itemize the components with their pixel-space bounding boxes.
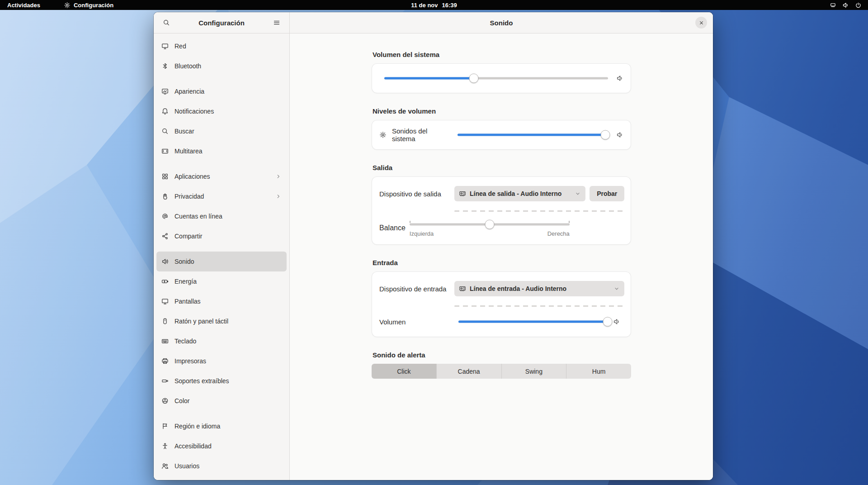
sidebar-title: Configuración: [174, 19, 269, 27]
close-icon: [698, 20, 704, 26]
sidebar-item-notificaciones[interactable]: Notificaciones: [156, 101, 287, 121]
sidebar-item-multitarea[interactable]: Multitarea: [156, 141, 287, 161]
sidebar-item-apariencia[interactable]: Apariencia: [156, 81, 287, 101]
section-title: Sonido de alerta: [373, 351, 631, 359]
sidebar-item-sonido[interactable]: Sonido: [156, 252, 287, 271]
alert-option-hum[interactable]: Hum: [566, 364, 631, 379]
input-volume-slider[interactable]: [458, 316, 608, 327]
audio-card-icon: [459, 285, 466, 292]
system-volume-slider[interactable]: [384, 73, 608, 84]
sidebar-item-cuentas[interactable]: Cuentas en línea: [156, 206, 287, 226]
mouse-icon: [161, 318, 169, 325]
chevron-down-icon: [575, 190, 581, 197]
apps-grid-icon: [161, 173, 169, 180]
network-icon: [830, 2, 836, 9]
network-icon: [161, 43, 169, 50]
sidebar-item-soportes[interactable]: Soportes extraíbles: [156, 371, 287, 391]
alert-option-click[interactable]: Click: [372, 364, 436, 379]
input-device-row: Dispositivo de entrada Línea de entrada …: [372, 272, 631, 305]
sidebar-item-usuarios[interactable]: Usuarios: [156, 456, 287, 476]
slider-handle[interactable]: [485, 220, 494, 229]
search-icon: [163, 19, 170, 26]
hand-icon: [161, 193, 169, 200]
alert-option-cadena[interactable]: Cadena: [436, 364, 501, 379]
search-button[interactable]: [159, 15, 174, 30]
volume-high-icon: [613, 318, 620, 325]
output-device-dropdown[interactable]: Línea de salida - Audio Interno: [454, 186, 585, 201]
alert-sound-options: Click Cadena Swing Hum: [372, 364, 631, 379]
section-title: Entrada: [373, 259, 631, 266]
sidebar-item-buscar[interactable]: Buscar: [156, 121, 287, 141]
bluetooth-icon: [161, 62, 169, 70]
headerbar: Configuración Sonido: [154, 12, 713, 33]
volume-levels-section: Niveles de volumen Sonidos del sistema: [372, 107, 631, 150]
system-status-area[interactable]: [826, 0, 865, 10]
row-label: Sonidos del sistema: [392, 127, 452, 143]
system-volume-section: Volumen del sistema: [372, 51, 631, 93]
input-volume-row: Volumen: [372, 307, 631, 337]
balance-left-label: Izquierda: [410, 230, 434, 237]
sidebar-item-privacidad[interactable]: Privacidad: [156, 186, 287, 206]
users-icon: [161, 462, 169, 470]
close-button[interactable]: [695, 17, 707, 29]
section-title: Salida: [373, 164, 631, 171]
balance-slider[interactable]: [410, 219, 570, 230]
sidebar-item-aplicaciones[interactable]: Aplicaciones: [156, 166, 287, 186]
section-title: Volumen del sistema: [373, 51, 631, 58]
system-sounds-volume-slider[interactable]: [458, 129, 605, 140]
section-title: Niveles de volumen: [373, 107, 631, 115]
audio-card-icon: [459, 190, 466, 197]
volume-high-icon: [616, 75, 623, 82]
person-icon: [161, 442, 169, 450]
speaker-icon: [161, 258, 169, 265]
gear-icon: [379, 131, 387, 138]
content-headerbar: Sonido: [290, 12, 713, 33]
clock-button[interactable]: 11 de nov 16:39: [411, 0, 457, 10]
system-sounds-row: Sonidos del sistema: [372, 120, 631, 149]
balance-right-label: Derecha: [547, 230, 570, 237]
shell-top-bar: Actividades Configuración 11 de nov 16:3…: [0, 0, 868, 10]
volume-icon: [842, 2, 849, 9]
input-section: Entrada Dispositivo de entrada Línea de …: [372, 259, 631, 337]
volume-high-icon: [616, 131, 623, 138]
sound-panel: Volumen del sistema Niveles de volumen: [290, 33, 713, 480]
balance-row: Balance Izquierda Derecha: [372, 212, 631, 244]
printer-icon: [161, 357, 169, 365]
sidebar-item-pantallas[interactable]: Pantallas: [156, 291, 287, 311]
app-menu-button[interactable]: Configuración: [60, 0, 117, 10]
activities-button[interactable]: Actividades: [4, 0, 44, 10]
keyboard-icon: [161, 338, 169, 345]
output-device-row: Dispositivo de salida Línea de salida - …: [372, 177, 631, 210]
slider-handle[interactable]: [601, 130, 610, 140]
chevron-right-icon: [275, 173, 282, 180]
page-title: Sonido: [290, 19, 713, 27]
sidebar-item-region[interactable]: Región e idioma: [156, 416, 287, 436]
row-label: Volumen: [379, 318, 454, 326]
multitasking-icon: [161, 147, 169, 155]
sidebar-item-teclado[interactable]: Teclado: [156, 331, 287, 351]
sidebar-item-red[interactable]: Red: [156, 36, 287, 56]
alert-option-swing[interactable]: Swing: [501, 364, 566, 379]
slider-handle[interactable]: [469, 74, 479, 83]
sidebar-item-energia[interactable]: Energía: [156, 271, 287, 291]
gear-icon: [64, 2, 71, 9]
bell-icon: [161, 108, 169, 115]
settings-window: Configuración Sonido Red Bluetooth: [154, 12, 713, 480]
hamburger-icon: [273, 19, 280, 26]
sidebar-item-impresoras[interactable]: Impresoras: [156, 351, 287, 371]
power-icon: [855, 2, 862, 9]
flag-icon: [161, 423, 169, 430]
sidebar-item-raton[interactable]: Ratón y panel táctil: [156, 311, 287, 331]
alert-sound-section: Sonido de alerta Click Cadena Swing Hum: [372, 351, 631, 379]
sidebar-item-compartir[interactable]: Compartir: [156, 226, 287, 246]
input-device-dropdown[interactable]: Línea de entrada - Audio Interno: [454, 281, 624, 296]
main-menu-button[interactable]: [269, 15, 284, 30]
chevron-right-icon: [275, 193, 282, 200]
sidebar-item-accesibilidad[interactable]: Accesibilidad: [156, 436, 287, 456]
test-speakers-button[interactable]: Probar: [590, 186, 624, 201]
app-menu-label: Configuración: [74, 2, 113, 9]
sidebar-item-bluetooth[interactable]: Bluetooth: [156, 56, 287, 76]
sidebar-item-color[interactable]: Color: [156, 391, 287, 411]
slider-handle[interactable]: [603, 317, 613, 327]
removable-drive-icon: [161, 377, 169, 385]
